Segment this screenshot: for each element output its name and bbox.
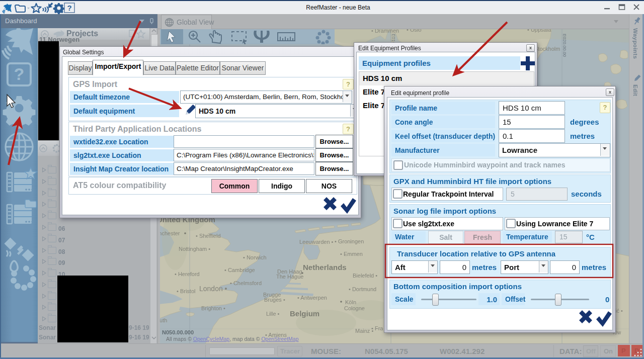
svg-text:• Antwerpen: • Antwerpen [297, 295, 327, 301]
svg-text:• Groningen: • Groningen [335, 238, 364, 244]
svg-text:?: ? [14, 64, 25, 83]
svg-text:E020.00.00: E020.00.00 [562, 34, 567, 57]
svg-text:• Chelmsford: • Chelmsford [230, 280, 262, 286]
svg-text:Mainz •: Mainz • [355, 328, 373, 334]
svg-text:Cologne: Cologne [344, 305, 365, 311]
svg-text:• Norwich: • Norwich [243, 254, 267, 260]
svg-text:Brighton •: Brighton • [201, 305, 225, 311]
svg-text:Manchester: Manchester [160, 230, 180, 236]
svg-text:• Dortmund: • Dortmund [349, 286, 376, 292]
svg-text:All maps © OpenCycleMap, map d: All maps © OpenCycleMap, map data © Open… [166, 336, 299, 342]
svg-text:N050.00.000: N050.00.000 [162, 329, 194, 335]
svg-text:Stockholm: Stockholm [534, 46, 560, 52]
svg-text:• Cambridge: • Cambridge [224, 267, 255, 273]
svg-text:Leeuwarden •: Leeuwarden • [299, 239, 334, 245]
svg-text:outh: outh [160, 317, 167, 323]
svg-text:• Drammen: • Drammen [371, 29, 399, 34]
svg-text:• Sheffield: • Sheffield [196, 233, 221, 239]
svg-text:The Hague: The Hague [276, 274, 303, 280]
svg-text:Bielefeld •: Bielefeld • [353, 273, 377, 279]
svg-text:• Uppsala: • Uppsala [527, 29, 551, 33]
svg-text:Belgium: Belgium [290, 309, 319, 318]
svg-text:• Fra: • Fra [371, 325, 383, 331]
svg-text:London •: London • [199, 285, 227, 293]
svg-text:Lille •: Lille • [266, 311, 280, 317]
svg-text:Bruges •: Bruges • [264, 297, 285, 303]
svg-text:• Oslo: • Oslo [407, 29, 422, 33]
svg-text:Nottingham •: Nottingham • [179, 246, 210, 252]
svg-text:• Emmen: • Emmen [340, 251, 363, 257]
svg-text:Köln: Köln [345, 299, 356, 305]
svg-text:?: ? [67, 4, 71, 12]
svg-text:• Hereford: • Hereford [175, 271, 200, 277]
svg-text:• Bristol: • Bristol [177, 288, 195, 294]
svg-text:Netherlands: Netherlands [303, 263, 347, 272]
